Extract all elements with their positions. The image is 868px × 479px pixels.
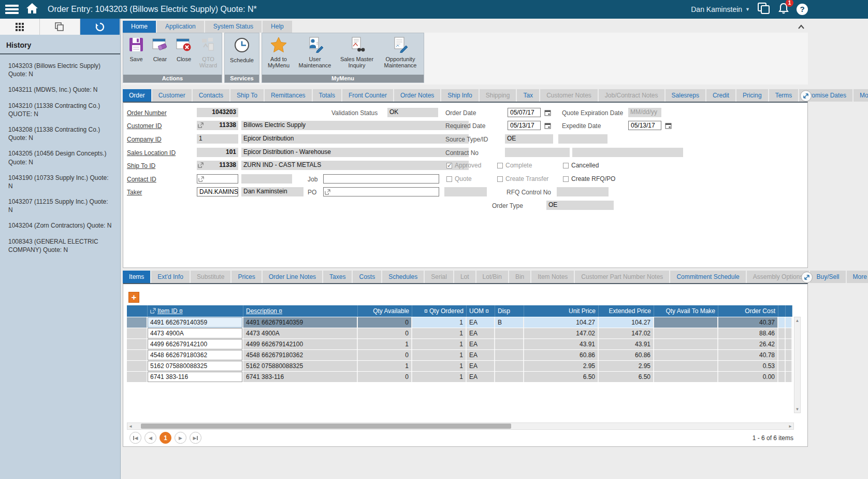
grid-cell[interactable]: [654, 361, 718, 371]
column-header-unit-price[interactable]: Unit Price: [524, 305, 599, 317]
close-button[interactable]: Close: [172, 34, 196, 75]
grid-cell[interactable]: 4491 662679140359: [148, 317, 243, 328]
grid-cell[interactable]: 5162 075880088325: [148, 361, 243, 371]
tab-items[interactable]: Items: [123, 271, 150, 283]
tab-ship-info[interactable]: Ship Info: [441, 89, 478, 102]
column-header--qty-ordered[interactable]: ¤ Qty Ordered: [412, 305, 467, 317]
job-input[interactable]: [323, 174, 439, 184]
hamburger-menu-icon[interactable]: [5, 5, 19, 14]
scroll-down-icon[interactable]: ▼: [795, 407, 800, 412]
clear-button[interactable]: Clear: [148, 34, 172, 75]
grid-horizontal-scrollbar[interactable]: ◄ ►: [127, 422, 794, 430]
grid-cell[interactable]: [786, 372, 792, 382]
grid-cell[interactable]: [127, 372, 148, 382]
grid-cell[interactable]: [127, 361, 148, 371]
tab-terms[interactable]: Terms: [769, 89, 799, 102]
approved-checkbox[interactable]: Approved: [446, 161, 481, 170]
grid-cell[interactable]: 4499 662679142100: [148, 339, 243, 349]
grid-cell[interactable]: 1: [412, 372, 467, 382]
scroll-right-icon[interactable]: ►: [787, 424, 793, 429]
grid-cell[interactable]: 4473 4900A: [243, 328, 358, 339]
grid-cell[interactable]: 0.53: [718, 361, 778, 371]
grid-cell[interactable]: 40.78: [718, 350, 778, 360]
grid-cell[interactable]: 40.37: [718, 317, 778, 328]
grid-cell[interactable]: [127, 317, 148, 328]
link-out-icon[interactable]: [198, 162, 204, 170]
grid-cell[interactable]: [778, 328, 786, 339]
grid-cell[interactable]: [127, 350, 148, 360]
home-icon[interactable]: [26, 3, 38, 16]
sidebar-tab-history[interactable]: [80, 19, 120, 35]
grid-cell[interactable]: EA: [467, 317, 495, 328]
required-date-input[interactable]: 05/13/17: [508, 121, 541, 130]
grid-cell[interactable]: [495, 339, 524, 349]
expand-order-panel-icon[interactable]: [800, 90, 812, 104]
opportunity-maintenance-button[interactable]: Opportunity Maintenance: [378, 34, 423, 75]
tab-schedules[interactable]: Schedules: [382, 271, 424, 283]
grid-cell[interactable]: 0.00: [718, 372, 778, 382]
windows-icon[interactable]: [757, 2, 771, 17]
tab-order-line-notes[interactable]: Order Line Notes: [263, 271, 322, 283]
grid-cell[interactable]: 26.42: [718, 339, 778, 349]
next-page-button[interactable]: ▶: [175, 432, 186, 444]
last-page-button[interactable]: ▶: [190, 432, 201, 444]
grid-cell[interactable]: 4548 662679180362: [148, 350, 243, 360]
grid-cell[interactable]: 1: [412, 317, 467, 328]
contact-id-input[interactable]: [197, 174, 238, 184]
grid-cell[interactable]: 4491 662679140359: [243, 317, 358, 328]
grid-cell[interactable]: 60.86: [524, 350, 599, 360]
calendar-icon[interactable]: [544, 122, 551, 131]
scrollbar-thumb[interactable]: [141, 424, 511, 429]
grid-cell[interactable]: 0: [358, 372, 412, 382]
cancelled-checkbox[interactable]: Cancelled: [563, 161, 599, 170]
history-item[interactable]: 1043190 (10733 Supply Inc.) Quote: N: [0, 170, 120, 193]
grid-cell[interactable]: [786, 361, 792, 371]
grid-cell[interactable]: EA: [467, 361, 495, 371]
schedule-button[interactable]: Schedule: [226, 34, 258, 75]
grid-cell[interactable]: 6.50: [599, 372, 654, 382]
grid-cell[interactable]: [127, 339, 148, 349]
create-rfq-po-checkbox[interactable]: Create RFQ/PO: [563, 175, 615, 183]
order-date-input[interactable]: 05/07/17: [508, 108, 541, 117]
grid-cell[interactable]: 0: [358, 317, 412, 328]
link-out-icon[interactable]: [198, 122, 204, 130]
grid-cell[interactable]: [786, 317, 792, 328]
sidebar-tab-windows[interactable]: [40, 19, 80, 35]
grid-cell[interactable]: [495, 350, 524, 360]
grid-cell[interactable]: [778, 372, 786, 382]
ship-to-id-field[interactable]: 11338: [197, 161, 238, 170]
grid-cell[interactable]: [654, 328, 718, 339]
grid-cell[interactable]: 1: [358, 361, 412, 371]
grid-cell[interactable]: 1: [412, 361, 467, 371]
grid-cell[interactable]: 147.02: [599, 328, 654, 339]
grid-cell[interactable]: 1: [412, 328, 467, 339]
grid-cell[interactable]: [786, 328, 792, 339]
history-item[interactable]: 1043204 (Zorn Contractors) Quote: N: [0, 217, 120, 233]
user-menu[interactable]: Dan Kaminstein ▼: [691, 5, 750, 13]
grid-cell[interactable]: 0: [358, 328, 412, 339]
ribbon-collapse-icon[interactable]: [797, 23, 806, 33]
customer-id-field[interactable]: 11338: [197, 121, 238, 130]
column-header-qty-available[interactable]: Qty Available: [358, 305, 412, 317]
grid-cell[interactable]: 104.27: [599, 317, 654, 328]
tab-credit[interactable]: Credit: [706, 89, 735, 102]
grid-cell[interactable]: 60.86: [599, 350, 654, 360]
notifications-bell-icon[interactable]: 1: [778, 2, 789, 17]
current-page-button[interactable]: 1: [160, 432, 171, 444]
table-row[interactable]: 4548 6626791803624548 66267918036201EA60…: [127, 350, 792, 360]
history-item[interactable]: 1043210 (11338 Contracting Co.) QUOTE: N: [0, 97, 120, 121]
grid-cell[interactable]: 43.91: [599, 339, 654, 349]
add-line-button[interactable]: +: [128, 292, 139, 303]
grid-cell[interactable]: EA: [467, 339, 495, 349]
link-out-icon[interactable]: [198, 176, 204, 184]
tab-pricing[interactable]: Pricing: [736, 89, 768, 102]
grid-cell[interactable]: 6741 383-116: [148, 372, 243, 382]
grid-cell[interactable]: [786, 339, 792, 349]
grid-cell[interactable]: [786, 350, 792, 360]
save-button[interactable]: Save: [124, 34, 148, 75]
tab-salesreps[interactable]: Salesreps: [666, 89, 705, 102]
ribbon-tab-help[interactable]: Help: [263, 21, 292, 33]
first-page-button[interactable]: ◀: [129, 432, 141, 444]
expand-items-panel-icon[interactable]: [801, 271, 813, 286]
calendar-icon[interactable]: [665, 122, 672, 131]
